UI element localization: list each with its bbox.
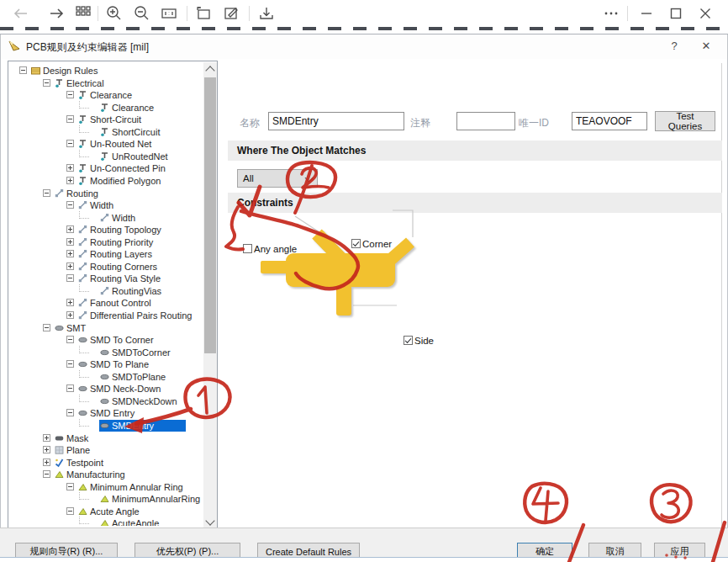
tree-item[interactable]: Routing Topology	[77, 224, 164, 236]
tree-item[interactable]: SMT	[54, 322, 88, 334]
tree-item[interactable]: Routing Priority	[77, 236, 156, 248]
corner-checkbox[interactable]	[351, 239, 361, 248]
tree-row[interactable]: MinimumAnnularRing	[8, 493, 203, 505]
side-checkbox[interactable]	[404, 336, 413, 345]
tree-row[interactable]: SMD Neck-Down	[8, 383, 203, 395]
tree-row[interactable]: Width	[8, 199, 203, 211]
tree-row[interactable]: SMD Entry	[8, 407, 203, 419]
forward-icon[interactable]	[47, 4, 66, 23]
tree-row[interactable]: Routing Topology	[8, 224, 203, 236]
collapse-toggle[interactable]	[66, 384, 74, 392]
tree-row[interactable]: Acute Angle	[8, 506, 203, 517]
unique-id-input[interactable]	[572, 112, 647, 130]
collapse-toggle[interactable]	[66, 91, 74, 98]
tree-row[interactable]: SMDNeckDown	[8, 395, 203, 407]
tree-item[interactable]: Routing	[54, 188, 101, 199]
collapse-toggle[interactable]	[66, 507, 74, 515]
expand-toggle[interactable]	[66, 311, 74, 319]
tree-row[interactable]: Width	[8, 212, 203, 224]
tree-item[interactable]: Routing Layers	[77, 248, 155, 260]
tree-row[interactable]: Minimum Annular Ring	[8, 481, 203, 493]
tree-item[interactable]: Acute Angle	[77, 506, 142, 517]
one-to-one-icon[interactable]	[160, 4, 178, 23]
apps-grid-icon[interactable]	[74, 4, 92, 23]
tree-row[interactable]: Un-Connected Pin	[8, 162, 203, 174]
tree-item[interactable]: AcuteAngle	[99, 517, 161, 526]
scope-dropdown[interactable]: All	[237, 169, 318, 188]
tree-row[interactable]: AcuteAngle	[8, 517, 203, 526]
tree-item[interactable]: Width	[77, 199, 116, 211]
tree-row[interactable]: RoutingVias	[8, 285, 203, 297]
tree-item[interactable]: Un-Routed Net	[77, 138, 154, 150]
tree-item[interactable]: Clearance	[77, 89, 135, 101]
tree-row[interactable]: Short-Circuit	[8, 114, 203, 125]
expand-toggle[interactable]	[66, 177, 74, 184]
collapse-toggle[interactable]	[66, 115, 74, 123]
expand-toggle[interactable]	[43, 446, 50, 453]
tree-row[interactable]: SMD To Corner	[8, 334, 203, 346]
tree-item[interactable]: UnRoutedNet	[99, 151, 171, 162]
back-icon[interactable]	[12, 4, 30, 23]
dialog-close-icon[interactable]: ✕	[697, 38, 715, 55]
zoom-out-icon[interactable]	[132, 4, 150, 23]
tree-item[interactable]: Short-Circuit	[77, 114, 144, 125]
tree-row[interactable]: UnRoutedNet	[8, 151, 203, 162]
tree-row[interactable]: Routing Priority	[8, 236, 203, 248]
tree-item[interactable]: SMDNeckDown	[99, 395, 180, 407]
expand-toggle[interactable]	[66, 250, 74, 257]
download-icon[interactable]	[257, 4, 276, 23]
collapse-toggle[interactable]	[19, 66, 27, 74]
tree-row[interactable]: SMT	[8, 322, 203, 334]
tree-row[interactable]: SMD To Plane	[8, 358, 203, 370]
maximize-icon[interactable]	[667, 4, 685, 23]
tree-row[interactable]: Routing	[8, 188, 203, 199]
expand-toggle[interactable]	[66, 225, 74, 233]
tree-row[interactable]: Plane	[8, 444, 203, 456]
tree-item[interactable]: SMD To Corner	[77, 334, 156, 346]
tree-row[interactable]: SMDToPlane	[8, 371, 203, 383]
tree-item[interactable]: Minimum Annular Ring	[77, 481, 186, 493]
collapse-toggle[interactable]	[66, 274, 74, 282]
expand-toggle[interactable]	[43, 459, 50, 466]
tree-item[interactable]: Un-Connected Pin	[77, 162, 168, 174]
tree-item[interactable]: Plane	[54, 444, 92, 456]
tree-row[interactable]: Routing Via Style	[8, 273, 203, 284]
tree-row[interactable]: SMDToCorner	[8, 347, 203, 358]
more-icon[interactable]	[602, 4, 620, 23]
tree-item[interactable]: Fanout Control	[77, 297, 154, 309]
tree-item[interactable]: Width	[99, 212, 138, 224]
close-icon[interactable]	[696, 4, 715, 23]
tree-row[interactable]: Differential Pairs Routing	[8, 310, 203, 321]
expand-toggle[interactable]	[66, 238, 74, 246]
collapse-toggle[interactable]	[43, 324, 50, 331]
scrollbar-thumb[interactable]	[204, 77, 216, 353]
tree-item[interactable]: Design Rules	[30, 65, 100, 77]
tree-item[interactable]: ShortCircuit	[99, 126, 162, 138]
comment-input[interactable]	[456, 112, 515, 130]
tree-item[interactable]: SMDEntry	[99, 420, 186, 432]
tree-row[interactable]: Mask	[8, 432, 203, 444]
tree-item[interactable]: MinimumAnnularRing	[99, 493, 203, 505]
tree-row[interactable]: Manufacturing	[8, 469, 203, 480]
collapse-toggle[interactable]	[43, 189, 50, 197]
tree-row[interactable]: Fanout Control	[8, 297, 203, 309]
tree-item[interactable]: SMD Neck-Down	[77, 383, 163, 395]
help-icon[interactable]: ?	[665, 38, 683, 55]
tree-row[interactable]: Routing Layers	[8, 248, 203, 260]
minimize-icon[interactable]	[637, 4, 656, 23]
collapse-toggle[interactable]	[66, 483, 74, 490]
collapse-toggle[interactable]	[66, 409, 74, 416]
tree-row[interactable]: Routing Corners	[8, 261, 203, 273]
tree-row[interactable]: Un-Routed Net	[8, 138, 203, 150]
tree-row[interactable]: Modified Polygon	[8, 175, 203, 187]
tree-row[interactable]: Testpoint	[8, 457, 203, 469]
collapse-toggle[interactable]	[66, 140, 74, 147]
tree-item[interactable]: RoutingVias	[99, 285, 164, 297]
collapse-toggle[interactable]	[43, 79, 50, 87]
tree-item[interactable]: Clearance	[99, 102, 156, 114]
tree-item[interactable]: SMD To Plane	[77, 358, 151, 370]
collapse-toggle[interactable]	[66, 360, 74, 368]
tree-item[interactable]: Manufacturing	[54, 469, 128, 480]
tree-item[interactable]: Routing Via Style	[77, 273, 163, 284]
expand-toggle[interactable]	[43, 434, 50, 442]
